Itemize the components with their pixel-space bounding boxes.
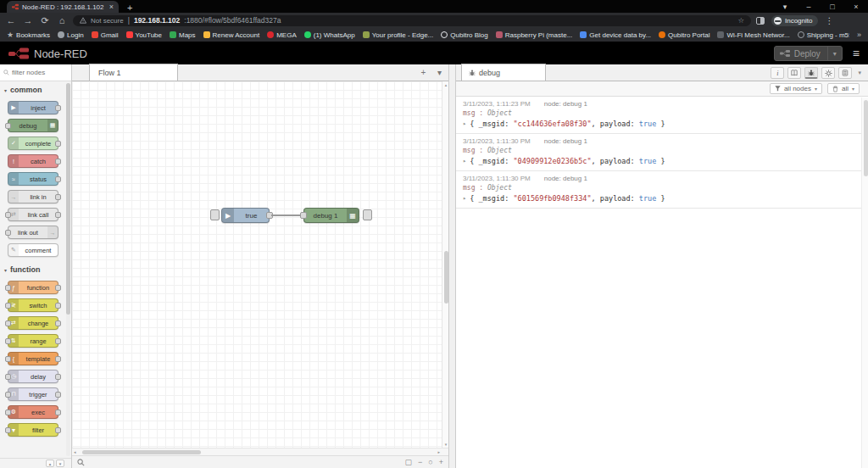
zoom-out-icon[interactable]: − (418, 457, 422, 467)
palette-scrollbar[interactable] (66, 83, 70, 456)
palette-scrollbar-handle[interactable] (66, 83, 70, 315)
browser-tab[interactable]: Node-RED : 192.168.1.102 × (7, 1, 119, 13)
deploy-button[interactable]: Deploy ▾ (774, 46, 843, 61)
home-icon[interactable]: ⌂ (56, 15, 68, 25)
side-panel-icon[interactable] (756, 17, 765, 25)
minimize-icon[interactable]: – (797, 0, 821, 13)
palette-node-catch[interactable]: !catch (8, 154, 58, 168)
bookmark-star-icon[interactable]: ☆ (737, 16, 744, 25)
palette-node-trigger[interactable]: ⊓trigger (8, 387, 58, 401)
maximize-icon[interactable]: □ (821, 0, 844, 13)
forward-icon[interactable]: → (22, 15, 34, 25)
collapse-all-icon[interactable]: ▴ (46, 460, 54, 467)
palette-node-link-call[interactable]: ⇄link call (8, 208, 58, 221)
palette-node-complete[interactable]: ✓complete (8, 136, 58, 150)
palette-node-inject[interactable]: ▶inject (8, 101, 58, 114)
bookmark-item[interactable]: Get device data by... (580, 31, 651, 39)
canvas-vscrollbar[interactable]: ▴ ▾ (442, 81, 448, 448)
debug-tab-icon[interactable] (804, 67, 818, 79)
debug-object-preview[interactable]: ▸{ _msgid: "04909912e0236b5c", payload: … (463, 157, 858, 165)
bookmark-item[interactable]: (1) WhatsApp (304, 31, 355, 39)
flow-list-icon[interactable]: ▾ (434, 67, 445, 78)
reload-icon[interactable]: ⟳ (39, 15, 51, 26)
debug-object-preview[interactable]: ▸{ _msgid: "cc144636efa08f30", payload: … (463, 120, 858, 128)
palette-node-template[interactable]: {template (8, 352, 58, 365)
inject-node-button[interactable] (210, 209, 220, 220)
palette-search[interactable] (0, 64, 71, 81)
inject-node[interactable]: ▶ true (221, 208, 270, 223)
palette-category-common[interactable]: ▾common (0, 81, 65, 97)
canvas-search-icon[interactable] (77, 459, 85, 466)
palette-node-status[interactable]: ≈status (8, 172, 58, 186)
context-tab-icon[interactable] (838, 67, 852, 79)
bookmark-item[interactable]: Qubitro Portal (659, 31, 709, 39)
palette-node-function[interactable]: ƒfunction (8, 281, 58, 294)
scroll-up-icon[interactable]: ▴ (442, 82, 448, 87)
browser-menu-icon[interactable]: ⋮ (825, 16, 833, 25)
zoom-reset-icon[interactable]: ○ (428, 457, 432, 467)
help-tab-icon[interactable] (787, 67, 801, 79)
bookmark-item[interactable]: Your profile - Edge... (363, 31, 434, 39)
tab-close-icon[interactable]: × (109, 3, 114, 11)
info-tab-icon[interactable]: i (771, 67, 784, 79)
config-tab-icon[interactable] (821, 67, 835, 79)
address-bar[interactable]: Not secure | 192.168.1.102 :1880/#flow/5… (73, 15, 751, 26)
palette-node-delay[interactable]: ◷delay (8, 370, 58, 383)
debug-scrollbar[interactable] (861, 98, 868, 468)
scroll-left-icon[interactable]: ◂ (74, 448, 76, 456)
expand-caret-icon[interactable]: ▸ (463, 120, 466, 127)
tab-search-icon[interactable]: ▾ (773, 0, 797, 13)
palette-node-switch[interactable]: ≷switch (8, 298, 58, 312)
tab-debug[interactable]: debug (461, 64, 546, 81)
panel-divider[interactable] (449, 64, 456, 468)
add-flow-button[interactable]: + (418, 67, 429, 78)
bookmark-item[interactable]: Qubitro Blog (441, 31, 487, 39)
palette-node-range[interactable]: ⇅range (8, 334, 58, 348)
deploy-options-icon[interactable]: ▾ (827, 47, 842, 60)
bookmark-item[interactable]: Shipping - m5Stack... (798, 31, 849, 39)
close-icon[interactable]: × (844, 0, 868, 13)
expand-caret-icon[interactable]: ▸ (463, 195, 466, 202)
bookmark-item[interactable]: Renew Account (203, 31, 260, 39)
scroll-down-icon[interactable]: ▾ (442, 442, 448, 447)
bookmark-item[interactable]: Maps (170, 31, 196, 39)
tab-flow-1[interactable]: Flow 1 (89, 64, 178, 81)
scroll-right-icon[interactable]: ▸ (437, 448, 440, 456)
zoom-fit-icon[interactable]: ▢ (405, 457, 413, 467)
bookmark-item[interactable]: Login (58, 31, 84, 39)
debug-clear-button[interactable]: all ▾ (827, 83, 860, 94)
flow-canvas[interactable]: ▶ true debug 1 ▦ ▴ ▾ (72, 81, 448, 448)
expand-all-icon[interactable]: ▾ (56, 460, 64, 467)
debug-node[interactable]: debug 1 ▦ (303, 208, 359, 223)
zoom-in-icon[interactable]: + (439, 457, 443, 467)
bookmark-item[interactable]: MEGA (267, 31, 297, 39)
bookmarks-overflow-icon[interactable]: » (857, 31, 861, 39)
hscroll-handle[interactable] (82, 450, 201, 454)
back-icon[interactable]: ← (5, 15, 17, 25)
palette-filter-input[interactable] (12, 69, 63, 76)
debug-filter-button[interactable]: all nodes ▾ (770, 83, 822, 94)
main-menu-icon[interactable]: ≡ (853, 47, 860, 60)
palette-node-exec[interactable]: ⚙exec (8, 405, 58, 419)
bookmark-item[interactable]: ★Bookmarks (7, 31, 50, 39)
palette-node-comment[interactable]: ✎comment (8, 243, 58, 257)
palette-category-function[interactable]: ▾function (0, 261, 65, 276)
palette-node-filter[interactable]: ▼filter (8, 423, 58, 437)
palette-node-link-in[interactable]: →link in (8, 190, 58, 203)
debug-scrollbar-handle[interactable] (864, 100, 868, 176)
palette-node-link-out[interactable]: →link out (8, 226, 58, 239)
debug-object-preview[interactable]: ▸{ _msgid: "601569fb0948f334", payload: … (463, 194, 858, 203)
canvas-hscrollbar[interactable]: ◂ ▸ (72, 448, 448, 455)
bookmark-item[interactable]: Gmail (92, 31, 119, 39)
bookmark-item[interactable]: YouTube (126, 31, 162, 39)
expand-caret-icon[interactable]: ▸ (463, 158, 466, 164)
new-tab-button[interactable]: + (127, 3, 132, 13)
palette-node-debug[interactable]: ▦debug (8, 119, 58, 132)
debug-toggle-button[interactable] (363, 209, 372, 220)
debug-input-port[interactable] (300, 212, 307, 219)
palette-node-change[interactable]: ⇄change (8, 316, 58, 330)
bookmark-item[interactable]: Wi-Fi Mesh Networ... (717, 31, 789, 39)
sidebar-collapse-icon[interactable]: ▾ (858, 70, 861, 76)
vscroll-handle[interactable] (444, 251, 448, 304)
bookmark-item[interactable]: Raspberry Pi (maste... (496, 31, 573, 39)
